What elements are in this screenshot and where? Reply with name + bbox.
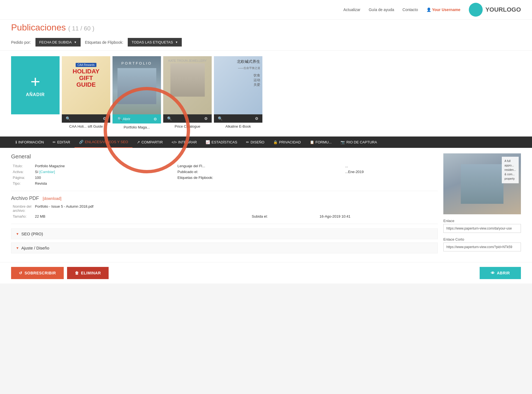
ajuste-toggle[interactable]: ▼ Ajuste / Diseño [11,243,438,253]
enlace-corto-input[interactable] [443,243,521,251]
seo-arrow-icon: ▼ [16,232,19,236]
form-icon: 📋 [310,140,314,144]
tab-links[interactable]: 🔗 ENLACES/VIDEOS Y SEO [75,137,132,148]
published-label: Publicado el: [176,169,344,175]
detail-left: General Título: Portfolio Magazine Lengu… [11,153,438,257]
tab-share[interactable]: ↗ COMPARTIR [132,137,167,148]
preview-image: A fullappro...residen...& com...property [443,153,521,214]
order-label: Pedido por: [11,40,31,45]
filename-label: Nombre del archivo: [11,204,33,213]
tab-form[interactable]: 📋 FORMU... [305,137,336,148]
pub-actions-portfolio: 🔍 Abrir ⚙ [112,114,161,123]
pdf-section: Archivo PDF [download] Nombre del archiv… [11,195,438,219]
seo-section: ▼ SEO (PRO) [11,228,438,239]
logo-text: YOURLOGO [485,6,521,13]
nav-contacto[interactable]: Contacto [403,7,418,12]
tab-design[interactable]: ✏ DISEÑO [242,137,269,148]
pub-thumb-portfolio: PORTFOLIO [112,56,161,114]
pub-actions-alkaline: 🔍 ⚙ [214,114,262,123]
pub-name-holiday: CAA Holi... sift Guide [62,123,110,130]
stats-icon: 📈 [206,140,210,144]
enlace-corto-section: Enlace Corto [443,237,521,251]
tags-chevron-icon: ▼ [175,41,178,44]
order-chevron-icon: ▼ [74,41,77,44]
upload-value: 16-Ago-2019 10:41 [318,213,438,219]
change-link[interactable]: [Cambiar] [39,170,55,174]
nav-guia[interactable]: Guía de ayuda [369,7,394,12]
tab-capture[interactable]: 📷 RIO DE CAPTURA [336,137,382,148]
lang-value: ... [343,163,438,169]
logo: YOURLOGO [469,3,521,17]
links-icon: 🔗 [79,140,83,144]
pub-card-holiday: CAA Rewards HOLIDAYGIFTGUIDE 🔍 ⚙ CAA Hol… [62,56,110,131]
trash-icon: 🗑 [75,271,79,275]
type-label: Tipo: [11,181,33,186]
capture-icon: 📷 [341,140,345,144]
pub-thumb-price: KATE TROUN JEWELLERY [163,56,212,114]
active-label: Activa: [11,169,33,175]
tags-label: Etiquetas de Flipbook: [85,40,124,45]
pub-thumb-alkaline: 北欧碱式养生——生命平衡之道 饮食运动关爱 [214,56,262,114]
seo-toggle[interactable]: ▼ SEO (PRO) [11,229,438,239]
tab-stats[interactable]: 📈 ESTADÍSTICAS [201,137,242,148]
tab-edit[interactable]: ✏ EDITAR [48,137,75,148]
pub-settings-button-holiday[interactable]: ⚙ [101,116,108,121]
table-row: Activa: Sí [Cambiar] Publicado el: ...En… [11,169,438,175]
pub-settings-button-portfolio[interactable]: ⚙ [152,116,159,122]
refresh-icon: ↺ [19,271,22,275]
plus-icon: + [30,73,40,90]
overwrite-button[interactable]: ↺ SOBRESCRIBIR [11,267,64,279]
general-section: General Título: Portfolio Magazine Lengu… [11,153,438,186]
share-icon: ↗ [137,140,140,144]
tab-privacy[interactable]: 🔒 PRIVACIDAD [269,137,305,148]
general-heading: General [11,153,438,160]
code-icon: </> [172,140,177,144]
enlace-input[interactable] [443,224,521,233]
pub-actions-price: 🔍 ⚙ [163,114,212,123]
enlace-label: Enlace [443,219,521,223]
pdf-download-link[interactable]: [download] [43,196,62,201]
pub-search-button-price[interactable]: 🔍 [165,116,173,121]
size-value: 22 MB [33,213,250,219]
lang-label: Lenguaje del Fl... [176,163,344,169]
pub-settings-button-alkaline[interactable]: ⚙ [253,116,260,121]
filter-bar: Pedido por: FECHA DE SUBIDA ▼ Etiquetas … [0,34,532,51]
order-select[interactable]: FECHA DE SUBIDA ▼ [35,38,81,47]
upload-label: Subida el: [250,213,318,219]
nav-actualizar[interactable]: Actualizar [343,7,360,12]
pub-name-price: Price Catalogue [163,123,212,130]
preview-container: A fullappro...residen...& com...property [443,153,521,214]
table-row: Nombre del archivo: Portfolio - Issue 5 … [11,204,438,213]
page-title: Publicaciones ( 11 / 60 ) [11,22,94,33]
lock-icon: 🔒 [273,140,278,144]
tab-integrate[interactable]: </> INTEGRAR [167,137,201,148]
user-icon: 👤 [426,7,431,12]
tab-info[interactable]: ℹ INFORMACIÓN [11,137,48,148]
info-icon: ℹ [16,140,17,144]
size-label: Tamaño: [11,213,33,219]
pages-value: 100 [33,175,176,181]
pub-search-button-holiday[interactable]: 🔍 [64,116,72,121]
pub-card-alkaline: 北欧碱式养生——生命平衡之道 饮食运动关爱 🔍 ⚙ Alkaline E-Boo… [214,56,262,131]
open-button[interactable]: 👁 ABRIR [480,267,521,279]
edit-icon: ✏ [53,140,56,144]
design-icon: ✏ [246,140,249,144]
ajuste-section: ▼ Ajuste / Diseño [11,243,438,253]
table-row: Tamaño: 22 MB Subida el: 16-Ago-2019 10:… [11,213,438,219]
detail-section: General Título: Portfolio Magazine Lengu… [0,148,532,262]
add-publication-button[interactable]: + AÑADIR [11,56,60,114]
enlace-section: Enlace [443,219,521,233]
nav-username[interactable]: 👤 Your Username [426,7,461,12]
type-value: Revista [33,181,176,186]
table-row: Tipo: Revista [11,181,438,186]
filename-value: Portfolio - Issue 5 - Autumn 2018.pdf [33,204,250,213]
pub-open-button-portfolio[interactable]: 🔍 Abrir [115,116,133,122]
tags-select[interactable]: TODAS LAS ETIQUETAS ▼ [128,38,182,47]
pdf-heading: Archivo PDF [download] [11,195,438,201]
title-value: Portfolio Magazine [33,163,176,169]
pub-search-button-alkaline[interactable]: 🔍 [216,116,224,121]
pub-settings-button-price[interactable]: ⚙ [203,116,209,121]
delete-button[interactable]: 🗑 ELIMINAR [67,267,109,279]
general-info-table: Título: Portfolio Magazine Lenguaje del … [11,163,438,186]
pages-label: Página: [11,175,33,181]
